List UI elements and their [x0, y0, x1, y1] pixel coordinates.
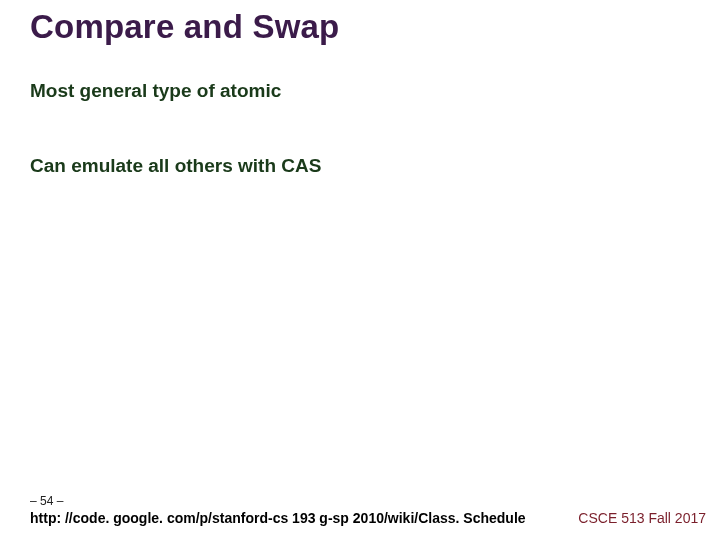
- body-line-2: Can emulate all others with CAS: [30, 155, 321, 177]
- body-line-1: Most general type of atomic: [30, 80, 281, 102]
- slide: Compare and Swap Most general type of at…: [0, 0, 720, 540]
- footer-link: http: //code. google. com/p/stanford-cs …: [30, 510, 526, 526]
- slide-title: Compare and Swap: [30, 8, 339, 46]
- footer-course: CSCE 513 Fall 2017: [578, 510, 706, 526]
- page-number: – 54 –: [30, 494, 63, 508]
